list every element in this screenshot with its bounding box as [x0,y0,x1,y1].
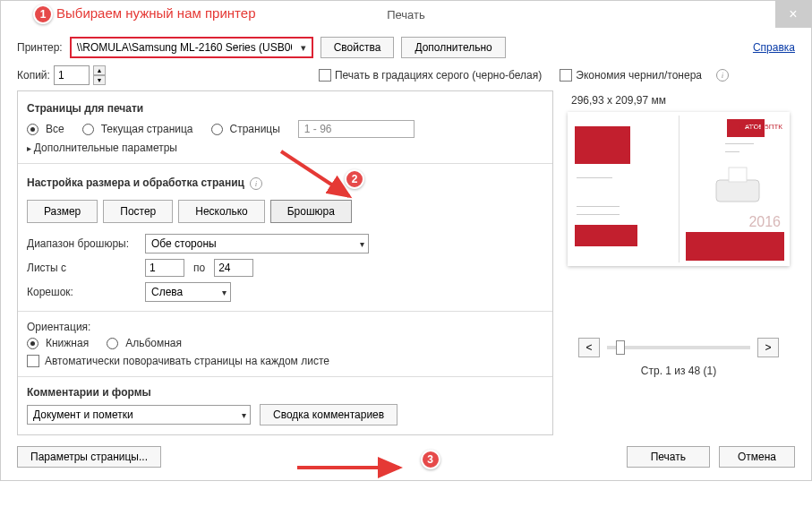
preview-model: FPrint-55ПТК [739,123,782,131]
radio-all-label: Все [46,123,64,135]
cancel-button[interactable]: Отмена [719,446,795,468]
advanced-button[interactable]: Дополнительно [401,37,505,58]
orientation-title: Ориентация: [27,321,543,333]
preview-image: ATOI FPrint-55ПТК 2016 ————— ———————————… [568,112,790,266]
svg-rect-2 [729,168,747,182]
grayscale-label: Печать в градациях серого (черно-белая) [335,69,542,82]
sizing-title: Настройка размера и обработка страниц [27,176,244,189]
preview-dimensions: 296,93 x 209,97 мм [571,94,790,107]
close-button[interactable]: × [775,1,811,28]
svg-rect-1 [716,180,759,202]
inksaver-checkbox[interactable] [560,69,572,82]
comments-title: Комментарии и формы [27,386,543,399]
window-title: Печать [387,8,425,21]
radio-current-label: Текущая страница [101,123,193,135]
properties-button[interactable]: Свойства [321,37,395,58]
printer-selected: \\ROMULA\Samsung ML-2160 Series (USB001) [77,41,292,54]
radio-current[interactable] [82,124,94,135]
size-tab[interactable]: Размер [27,200,98,223]
radio-landscape[interactable] [107,338,118,349]
annotation-badge-3: 3 [421,450,440,469]
prev-page-button[interactable]: < [578,338,600,357]
preview-device-icon [711,166,768,207]
booklet-range-select[interactable]: Обе стороны [145,234,369,254]
slider-thumb[interactable] [616,340,625,355]
info-icon[interactable]: i [716,69,729,82]
radio-landscape-label: Альбомная [125,337,182,349]
page-slider[interactable] [607,346,750,349]
print-dialog: 1 Выбираем нужный нам принтер Печать × П… [0,0,812,481]
printer-dropdown[interactable]: \\ROMULA\Samsung ML-2160 Series (USB001) [70,37,313,58]
copies-input[interactable]: 1 [54,65,90,85]
info-icon-sizing[interactable]: i [250,177,262,190]
autorotate-checkbox[interactable] [27,355,39,367]
help-link[interactable]: Справка [753,41,795,54]
sheets-from-input[interactable]: 1 [145,259,184,277]
sheets-to-input[interactable]: 24 [214,259,253,277]
sheets-from-label: Листы с [27,262,136,274]
preview-panel: 296,93 x 209,97 мм ATOI FPrint-55ПТК 201… [562,90,795,435]
next-page-button[interactable]: > [757,338,779,357]
annotation-badge-2: 2 [345,169,364,189]
print-button[interactable]: Печать [627,446,710,468]
copies-label: Копий: [17,69,50,82]
range-input[interactable]: 1 - 96 [298,120,415,138]
booklet-range-label: Диапазон брошюры: [27,237,136,250]
annotation-text-1: Выбираем нужный нам принтер [56,5,255,21]
svg-line-0 [281,151,349,196]
radio-portrait-label: Книжная [46,337,89,349]
autorotate-label: Автоматически поворачивать страницы на к… [45,355,329,367]
preview-year: 2016 [748,214,781,230]
radio-range-label: Страницы [230,123,280,135]
sheets-to-label: по [193,262,205,274]
inksaver-label: Экономия чернил/тонера [576,69,702,82]
page-info: Стр. 1 из 48 (1) [568,365,790,377]
multiple-tab[interactable]: Несколько [178,200,264,223]
binding-label: Корешок: [27,286,136,298]
spinner-up[interactable]: ▲ [93,65,106,75]
copies-spinner[interactable]: ▲ ▼ [93,65,106,85]
annotation-arrow-3 [294,457,410,478]
pages-title: Страницы для печати [27,102,543,115]
radio-range[interactable] [211,124,223,135]
printer-label: Принтер: [17,41,63,54]
comments-summary-button[interactable]: Сводка комментариев [260,404,397,425]
settings-panel: Страницы для печати Все Текущая страница… [17,90,553,435]
page-setup-button[interactable]: Параметры страницы... [17,446,161,468]
radio-portrait[interactable] [27,338,38,349]
comments-select[interactable]: Документ и пометки [27,405,251,425]
radio-all[interactable] [27,124,38,135]
poster-tab[interactable]: Постер [103,200,173,223]
binding-select[interactable]: Слева [145,282,231,302]
grayscale-checkbox[interactable] [319,69,331,82]
annotation-badge-1: 1 [33,4,53,24]
spinner-down[interactable]: ▼ [93,75,106,85]
